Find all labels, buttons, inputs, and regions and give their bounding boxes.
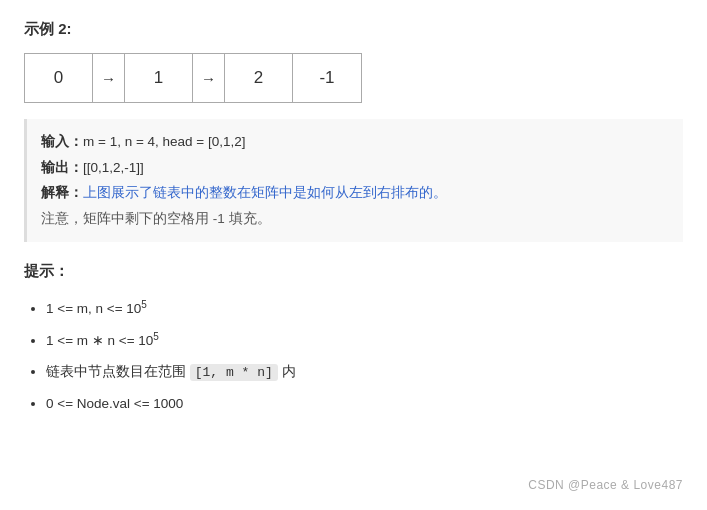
hint-list: 1 <= m, n <= 105 1 <= m ∗ n <= 105 链表中节点… (24, 293, 683, 419)
list-item: 0 <= Node.val <= 1000 (46, 388, 683, 419)
array-diagram-wrapper: 0 → 1 → 2 -1 (24, 53, 683, 103)
explanation-label: 解释： (41, 185, 83, 200)
explanation-line: 解释：上图展示了链表中的整数在矩阵中是如何从左到右排布的。 (41, 180, 669, 206)
input-value: m = 1, n = 4, head = [0,1,2] (83, 134, 246, 149)
array-cell-2: 2 (225, 54, 293, 102)
note-line: 注意，矩阵中剩下的空格用 -1 填充。 (41, 206, 669, 232)
array-cell-1: 1 (125, 54, 193, 102)
list-item: 1 <= m, n <= 105 (46, 293, 683, 325)
array-cell-0: 0 (25, 54, 93, 102)
info-box: 输入：m = 1, n = 4, head = [0,1,2] 输出：[[0,1… (24, 119, 683, 242)
arrow-2: → (193, 54, 225, 102)
input-line: 输入：m = 1, n = 4, head = [0,1,2] (41, 129, 669, 155)
code-range: [1, m * n] (190, 364, 278, 381)
arrow-1: → (93, 54, 125, 102)
output-line: 输出：[[0,1,2,-1]] (41, 155, 669, 181)
cell-value-1: 1 (154, 68, 163, 88)
hints-section: 提示： 1 <= m, n <= 105 1 <= m ∗ n <= 105 链… (24, 262, 683, 419)
output-label: 输出： (41, 160, 83, 175)
hint-text-1: 1 <= m, n <= 105 (46, 301, 147, 316)
arrow-symbol-2: → (201, 70, 216, 87)
output-value: [[0,1,2,-1]] (83, 160, 144, 175)
list-item: 1 <= m ∗ n <= 105 (46, 324, 683, 356)
example-title: 示例 2: (24, 20, 683, 39)
list-item: 链表中节点数目在范围 [1, m * n] 内 (46, 356, 683, 388)
array-diagram: 0 → 1 → 2 -1 (24, 53, 362, 103)
cell-value-0: 0 (54, 68, 63, 88)
array-cell-3: -1 (293, 54, 361, 102)
cell-value-2: 2 (254, 68, 263, 88)
explanation-text: 上图展示了链表中的整数在矩阵中是如何从左到右排布的。 (83, 185, 447, 200)
hint-text-3: 链表中节点数目在范围 [1, m * n] 内 (46, 364, 296, 379)
hints-title: 提示： (24, 262, 683, 281)
watermark: CSDN @Peace & Love487 (528, 478, 683, 492)
input-label: 输入： (41, 134, 83, 149)
arrow-symbol-1: → (101, 70, 116, 87)
hint-text-2: 1 <= m ∗ n <= 105 (46, 333, 159, 348)
cell-value-3: -1 (319, 68, 334, 88)
hint-text-4: 0 <= Node.val <= 1000 (46, 396, 183, 411)
